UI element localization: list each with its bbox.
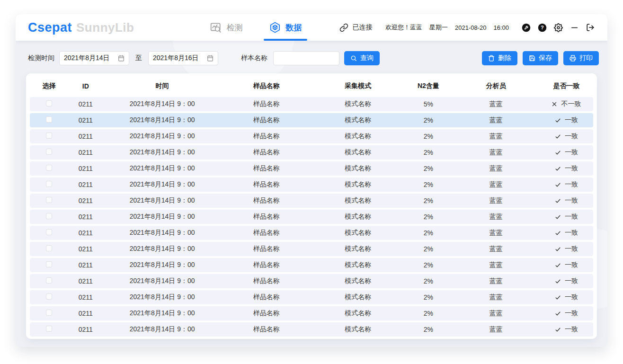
table-row[interactable]: 0211 2021年8月14日 9：00 样品名称 模式名称 2% 蓝蓝 一致 [30,274,593,288]
check-icon [555,294,561,301]
settings-gear-icon[interactable] [553,23,563,32]
row-status-cell: 一致 [540,277,593,285]
table-row[interactable]: 0211 2021年8月14日 9：00 样品名称 模式名称 2% 蓝蓝 一致 [30,210,593,224]
row-select-cell [30,197,68,204]
connection-status[interactable]: 已连接 [339,23,372,32]
row-select-cell [30,310,68,317]
table-row[interactable]: 0211 2021年8月14日 9：00 样品名称 模式名称 2% 蓝蓝 一致 [30,306,593,320]
row-checkbox[interactable] [46,213,52,219]
logout-icon[interactable] [586,23,595,32]
tab-detect[interactable]: 检测 [210,14,242,41]
header: Csepat SunnyLib 检测 [16,14,607,41]
weekday-text: 星期一 [429,23,448,32]
row-checkbox[interactable] [46,149,52,155]
row-time: 2021年8月14日 9：00 [103,196,222,205]
sample-name-input[interactable] [273,51,339,65]
row-checkbox[interactable] [46,277,52,284]
row-id: 0211 [68,197,103,204]
row-id: 0211 [68,181,103,188]
row-analyst: 蓝蓝 [452,325,539,334]
row-id: 0211 [68,245,103,253]
row-checkbox[interactable] [46,261,52,267]
delete-button[interactable]: 删除 [482,51,517,65]
table-row[interactable]: 0211 2021年8月14日 9：00 样品名称 模式名称 2% 蓝蓝 一致 [30,322,593,337]
row-id: 0211 [68,133,103,140]
row-id: 0211 [68,277,103,285]
row-select-cell [30,116,68,124]
printer-icon [570,55,576,62]
row-checkbox[interactable] [46,116,52,123]
tool-icon[interactable] [521,23,531,32]
table-row[interactable]: 0211 2021年8月14日 9：00 样品名称 模式名称 2% 蓝蓝 一致 [30,194,593,208]
row-select-cell [30,277,68,285]
row-checkbox[interactable] [46,165,52,171]
table-row[interactable]: 0211 2021年8月14日 9：00 样品名称 模式名称 2% 蓝蓝 一致 [30,129,593,143]
help-icon[interactable]: ? [537,23,547,32]
row-checkbox[interactable] [46,133,52,139]
row-n2: 2% [404,165,452,172]
tab-data[interactable]: 数据 [269,14,302,41]
row-sample: 样品名称 [222,245,312,253]
table-row[interactable]: 0211 2021年8月14日 9：00 样品名称 模式名称 2% 蓝蓝 一致 [30,226,593,240]
table-row[interactable]: 0211 2021年8月14日 9：00 样品名称 模式名称 2% 蓝蓝 一致 [30,242,593,256]
row-status-cell: 一致 [540,164,593,173]
table-row[interactable]: 0211 2021年8月14日 9：00 样品名称 模式名称 2% 蓝蓝 一致 [30,113,593,127]
query-button[interactable]: 查询 [344,51,380,65]
row-id: 0211 [68,116,103,124]
check-icon [555,246,561,252]
date-to-field[interactable]: 2021年8月16日 [148,51,218,65]
row-status-label: 一致 [565,180,578,189]
row-checkbox[interactable] [46,293,52,300]
row-mode: 模式名称 [312,277,404,285]
table-row[interactable]: 0211 2021年8月14日 9：00 样品名称 模式名称 5% 蓝蓝 不一致 [30,97,593,111]
row-select-cell [30,181,68,188]
row-select-cell [30,326,68,333]
main-nav: 检测 数据 [210,14,302,41]
search-icon [350,55,357,62]
row-id: 0211 [68,310,103,317]
table-row[interactable]: 0211 2021年8月14日 9：00 样品名称 模式名称 2% 蓝蓝 一致 [30,178,593,192]
row-checkbox[interactable] [46,310,52,316]
minimize-icon[interactable] [570,23,579,32]
row-checkbox[interactable] [46,100,52,107]
check-icon [555,198,561,204]
row-n2: 2% [404,245,452,253]
row-mode: 模式名称 [312,148,404,157]
data-table-card: 选择 ID 时间 样品名称 采集模式 N2含量 分析员 是否一致 0211 20… [26,73,597,339]
table-row[interactable]: 0211 2021年8月14日 9：00 样品名称 模式名称 2% 蓝蓝 一致 [30,258,593,272]
date-from-field[interactable]: 2021年8月14日 [59,51,129,65]
row-status-cell: 一致 [540,309,593,318]
row-analyst: 蓝蓝 [452,261,539,269]
app-logo: Csepat SunnyLib [28,20,134,35]
row-sample: 样品名称 [222,277,312,285]
connection-label: 已连接 [352,23,372,32]
table-row[interactable]: 0211 2021年8月14日 9：00 样品名称 模式名称 2% 蓝蓝 一致 [30,161,593,176]
row-n2: 2% [404,277,452,285]
row-analyst: 蓝蓝 [452,132,539,141]
row-checkbox[interactable] [46,197,52,203]
table-row[interactable]: 0211 2021年8月14日 9：00 样品名称 模式名称 2% 蓝蓝 一致 [30,145,593,160]
row-checkbox[interactable] [46,245,52,251]
save-button[interactable]: 保存 [523,51,558,65]
row-checkbox[interactable] [46,326,52,332]
row-analyst: 蓝蓝 [452,148,539,157]
body: 检测时间 2021年8月14日 至 2021年8月16日 [16,41,607,347]
column-header-consistency: 是否一致 [540,82,593,90]
row-mode: 模式名称 [312,245,404,253]
row-analyst: 蓝蓝 [452,293,539,302]
check-icon [555,230,561,236]
row-analyst: 蓝蓝 [452,164,539,173]
row-id: 0211 [68,326,103,333]
row-mode: 模式名称 [312,293,404,302]
column-header-sample: 样品名称 [222,82,312,90]
row-select-cell [30,213,68,221]
row-select-cell [30,245,68,253]
row-status-label: 一致 [565,245,578,253]
row-checkbox[interactable] [46,181,52,187]
row-time: 2021年8月14日 9：00 [103,100,222,108]
table-row[interactable]: 0211 2021年8月14日 9：00 样品名称 模式名称 2% 蓝蓝 一致 [30,290,593,304]
print-button[interactable]: 打印 [563,51,599,65]
row-mode: 模式名称 [312,213,404,221]
check-icon [555,166,561,172]
row-checkbox[interactable] [46,229,52,235]
